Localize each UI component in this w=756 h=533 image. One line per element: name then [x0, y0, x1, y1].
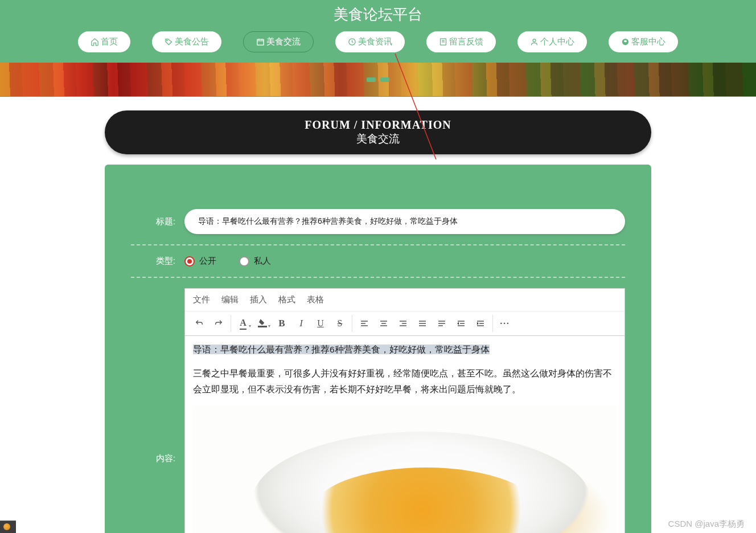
rich-text-editor: 文件 编辑 插入 格式 表格 A▾ ▾ B I [184, 288, 625, 533]
outdent-button[interactable] [451, 315, 471, 332]
section-title-en: FORUM / INFORMATION [105, 118, 651, 132]
menu-format[interactable]: 格式 [278, 294, 295, 305]
menu-file[interactable]: 文件 [193, 294, 210, 305]
main-nav: 首页 美食公告 美食交流 美食资讯 留言反馈 个人中心 客服中心 [0, 31, 756, 57]
site-header: 美食论坛平台 首页 美食公告 美食交流 美食资讯 留言反馈 个人中心 客服中心 [0, 0, 756, 63]
radio-public[interactable]: 公开 [184, 256, 216, 266]
nav-support[interactable]: 客服中心 [609, 31, 678, 52]
taskbar-stub [0, 520, 16, 533]
nav-label: 首页 [101, 36, 118, 47]
nav-label: 美食公告 [175, 36, 209, 47]
bold-button[interactable]: B [272, 315, 291, 332]
tag-icon [165, 38, 173, 46]
svg-point-0 [167, 40, 167, 40]
carousel-dot[interactable] [367, 77, 376, 82]
nav-label: 客服中心 [631, 36, 665, 47]
title-label: 标题: [131, 216, 175, 227]
italic-button[interactable]: I [291, 315, 311, 332]
carousel-indicators[interactable] [367, 77, 389, 82]
radio-private[interactable]: 私人 [239, 256, 271, 266]
nav-feedback[interactable]: 留言反馈 [426, 31, 496, 52]
radio-label: 私人 [254, 256, 271, 266]
note-icon [439, 38, 447, 46]
align-left-button[interactable] [355, 315, 374, 332]
content-row: 内容: 文件 编辑 插入 格式 表格 A▾ ▾ [131, 277, 625, 533]
indent-button[interactable] [471, 315, 490, 332]
editor-highlighted-text: 导语：早餐吃什么最有营养？推荐6种营养美食，好吃好做，常吃益于身体 [193, 345, 490, 354]
type-radio-group: 公开 私人 [184, 256, 271, 266]
site-title: 美食论坛平台 [0, 0, 756, 31]
type-label: 类型: [131, 256, 175, 266]
redo-button[interactable] [209, 315, 228, 332]
bg-color-button[interactable]: ▾ [253, 315, 272, 332]
menu-edit[interactable]: 编辑 [221, 294, 239, 305]
nav-home[interactable]: 首页 [78, 31, 130, 52]
type-row: 类型: 公开 私人 [131, 244, 625, 277]
nav-label: 个人中心 [540, 36, 574, 47]
nav-label: 留言反馈 [449, 36, 483, 47]
align-justify-button[interactable] [413, 315, 432, 332]
content-label: 内容: [131, 288, 175, 464]
nav-forum[interactable]: 美食交流 [243, 31, 314, 52]
editor-menubar: 文件 编辑 插入 格式 表格 [185, 289, 624, 311]
strikethrough-button[interactable]: S [330, 315, 350, 332]
carousel-dot[interactable] [380, 77, 389, 82]
more-button[interactable]: ··· [495, 315, 515, 332]
hero-banner [0, 63, 756, 97]
editor-paragraph: 三餐之中早餐最重要，可很多人并没有好好重视，经常随便吃点，甚至不吃。虽然这么做对… [193, 366, 617, 397]
radio-icon [239, 256, 249, 266]
post-form: 标题: 类型: 公开 私人 内容: 文件 编辑 [105, 165, 651, 533]
clock-icon [348, 38, 356, 46]
nav-announce[interactable]: 美食公告 [152, 31, 221, 52]
nav-profile[interactable]: 个人中心 [517, 31, 587, 52]
underline-button[interactable]: U [311, 315, 330, 332]
user-icon [530, 38, 539, 46]
nav-news[interactable]: 美食资讯 [335, 31, 405, 52]
nav-label: 美食资讯 [358, 36, 392, 47]
radio-icon [184, 256, 195, 266]
menu-insert[interactable]: 插入 [250, 294, 267, 305]
editor-inline-image[interactable] [193, 405, 617, 533]
section-title-cn: 美食交流 [105, 132, 651, 146]
editor-content-area[interactable]: 导语：早餐吃什么最有营养？推荐6种营养美食，好吃好做，常吃益于身体 三餐之中早餐… [185, 336, 624, 533]
nav-label: 美食交流 [266, 36, 301, 47]
watermark: CSDN @java李杨勇 [668, 519, 745, 530]
text-color-button[interactable]: A▾ [233, 315, 253, 332]
svg-rect-1 [257, 39, 264, 45]
title-input[interactable] [184, 209, 625, 234]
calendar-icon [256, 38, 265, 46]
home-icon [91, 38, 99, 46]
svg-point-4 [533, 39, 536, 42]
section-header: FORUM / INFORMATION 美食交流 [105, 110, 651, 154]
list-button[interactable] [432, 315, 451, 332]
editor-toolbar: A▾ ▾ B I U S [185, 311, 624, 336]
radio-label: 公开 [199, 256, 216, 266]
align-right-button[interactable] [393, 315, 413, 332]
title-row: 标题: [131, 199, 625, 244]
chat-icon [621, 38, 630, 46]
undo-button[interactable] [190, 315, 209, 332]
align-center-button[interactable] [374, 315, 393, 332]
menu-table[interactable]: 表格 [307, 294, 324, 305]
